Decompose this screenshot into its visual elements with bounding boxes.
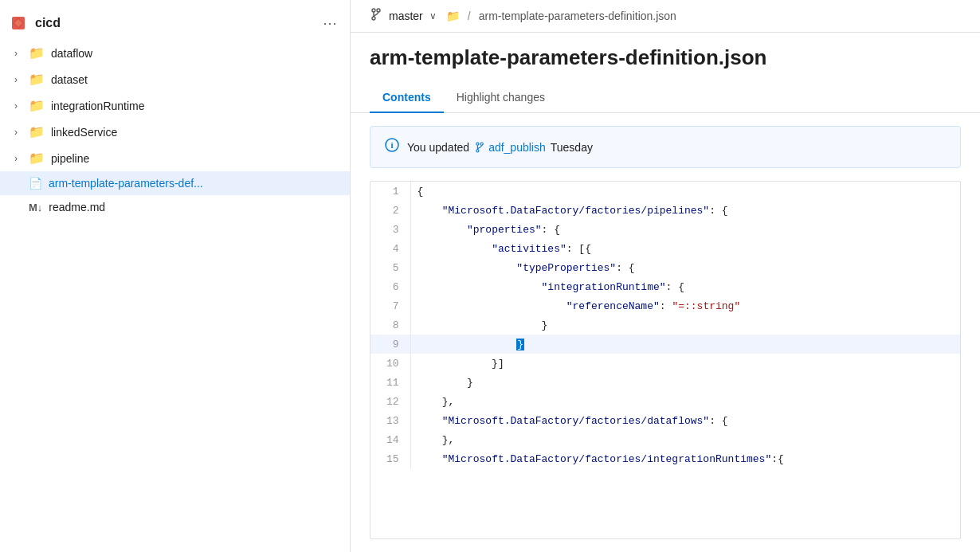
branch-link-text: adf_publish <box>488 141 546 154</box>
line-number: 5 <box>370 258 410 277</box>
tab-bar: Contents Highlight changes <box>351 83 980 113</box>
table-row: 3 "properties": { <box>370 220 960 239</box>
line-content: "referenceName": "=::string" <box>410 296 960 315</box>
folder-icon: 📁 <box>29 151 45 166</box>
line-number: 3 <box>370 220 410 239</box>
branch-icon <box>370 8 382 24</box>
table-row: 13 "Microsoft.DataFactory/factories/data… <box>370 411 960 430</box>
sidebar-header: cicd ⋯ <box>0 6 350 40</box>
svg-text:i: i <box>390 140 393 150</box>
code-editor[interactable]: 1{2 "Microsoft.DataFactory/factories/pip… <box>370 181 961 539</box>
tab-contents[interactable]: Contents <box>370 83 444 113</box>
main-content: master ∨ 📁 / arm-template-parameters-def… <box>351 0 980 552</box>
sidebar-item-readme[interactable]: › M↓ readme.md <box>0 195 350 219</box>
folder-icon: 📁 <box>29 124 45 139</box>
branch-link-icon <box>474 142 485 153</box>
svg-point-8 <box>377 9 380 12</box>
line-number: 6 <box>370 277 410 296</box>
table-row: 12 }, <box>370 392 960 411</box>
line-content: }, <box>410 392 960 411</box>
tab-highlight-changes[interactable]: Highlight changes <box>444 83 558 113</box>
breadcrumb-filename: arm-template-parameters-definition.json <box>479 10 676 22</box>
line-number: 7 <box>370 296 410 315</box>
table-row: 10 }] <box>370 354 960 373</box>
file-header: arm-template-parameters-definition.json <box>351 33 980 83</box>
info-banner: i You updated adf_publish Tuesday <box>370 126 961 168</box>
sidebar-header-left: cicd <box>10 14 61 32</box>
file-icon: 📄 <box>29 177 42 190</box>
code-table: 1{2 "Microsoft.DataFactory/factories/pip… <box>370 182 960 468</box>
table-row: 15 "Microsoft.DataFactory/factories/inte… <box>370 449 960 468</box>
breadcrumb-separator: / <box>468 10 471 22</box>
line-number: 9 <box>370 335 410 354</box>
chevron-icon: › <box>10 100 22 112</box>
line-content: "Microsoft.DataFactory/factories/dataflo… <box>410 411 960 430</box>
line-content: { <box>410 182 960 201</box>
svg-point-6 <box>372 9 375 12</box>
breadcrumb-bar: master ∨ 📁 / arm-template-parameters-def… <box>351 0 980 33</box>
sidebar-item-pipeline[interactable]: › 📁 pipeline <box>0 145 350 171</box>
sidebar-item-dataflow[interactable]: › 📁 dataflow <box>0 40 350 66</box>
chevron-icon: › <box>10 127 22 138</box>
folder-icon: 📁 <box>29 45 45 61</box>
sidebar-item-label: integrationRuntime <box>51 100 145 112</box>
sidebar-item-label: dataflow <box>51 47 92 60</box>
table-row: 11 } <box>370 373 960 392</box>
branch-chevron-icon[interactable]: ∨ <box>429 10 437 22</box>
sidebar-item-linkedservice[interactable]: › 📁 linkedService <box>0 119 350 145</box>
breadcrumb-folder-icon: 📁 <box>446 10 460 22</box>
repo-name: cicd <box>35 16 61 30</box>
sidebar-item-label: arm-template-parameters-def... <box>49 177 203 190</box>
line-number: 8 <box>370 315 410 335</box>
sidebar-item-label: linkedService <box>51 126 117 139</box>
line-content: "integrationRuntime": { <box>410 277 960 296</box>
chevron-icon: › <box>10 74 22 85</box>
table-row: 5 "typeProperties": { <box>370 258 960 277</box>
table-row: 7 "referenceName": "=::string" <box>370 296 960 315</box>
info-icon: i <box>385 138 399 156</box>
sidebar-item-label: dataset <box>51 73 88 86</box>
line-number: 14 <box>370 430 410 449</box>
line-content: } <box>410 373 960 392</box>
sidebar-item-integrationruntime[interactable]: › 📁 integrationRuntime <box>0 92 350 119</box>
table-row: 6 "integrationRuntime": { <box>370 277 960 296</box>
line-number: 11 <box>370 373 410 392</box>
table-row: 14 }, <box>370 430 960 449</box>
table-row: 8 } <box>370 315 960 335</box>
svg-point-12 <box>476 149 479 151</box>
line-number: 2 <box>370 201 410 220</box>
line-number: 10 <box>370 354 410 373</box>
line-content: "Microsoft.DataFactory/factories/integra… <box>410 449 960 468</box>
svg-point-7 <box>372 17 375 20</box>
line-content: }] <box>410 354 960 373</box>
line-number: 15 <box>370 449 410 468</box>
sidebar-item-dataset[interactable]: › 📁 dataset <box>0 66 350 92</box>
day-text: Tuesday <box>551 141 593 154</box>
sidebar: cicd ⋯ › 📁 dataflow › 📁 dataset › 📁 inte… <box>0 0 351 552</box>
branch-link[interactable]: adf_publish <box>474 141 546 154</box>
more-options-icon[interactable]: ⋯ <box>323 14 337 32</box>
table-row: 4 "activities": [{ <box>370 239 960 258</box>
sidebar-item-label: pipeline <box>51 152 89 165</box>
chevron-icon: › <box>10 153 22 164</box>
line-content: "typeProperties": { <box>410 258 960 277</box>
folder-icon: 📁 <box>29 98 45 113</box>
line-content: } <box>410 315 960 335</box>
line-content: "activities": [{ <box>410 239 960 258</box>
line-number: 12 <box>370 392 410 411</box>
sidebar-item-arm-template[interactable]: › 📄 arm-template-parameters-def... <box>0 171 350 195</box>
table-row: 2 "Microsoft.DataFactory/factories/pipel… <box>370 201 960 220</box>
chevron-icon: › <box>10 48 22 59</box>
line-number: 1 <box>370 182 410 201</box>
file-title: arm-template-parameters-definition.json <box>370 45 961 70</box>
svg-point-13 <box>480 143 483 145</box>
cursor: } <box>516 339 524 350</box>
sidebar-item-label: readme.md <box>49 201 105 213</box>
line-number: 4 <box>370 239 410 258</box>
table-row: 9 } <box>370 335 960 354</box>
line-content: "properties": { <box>410 220 960 239</box>
folder-icon: 📁 <box>29 72 45 87</box>
table-row: 1{ <box>370 182 960 201</box>
line-number: 13 <box>370 411 410 430</box>
branch-name[interactable]: master <box>389 10 423 22</box>
